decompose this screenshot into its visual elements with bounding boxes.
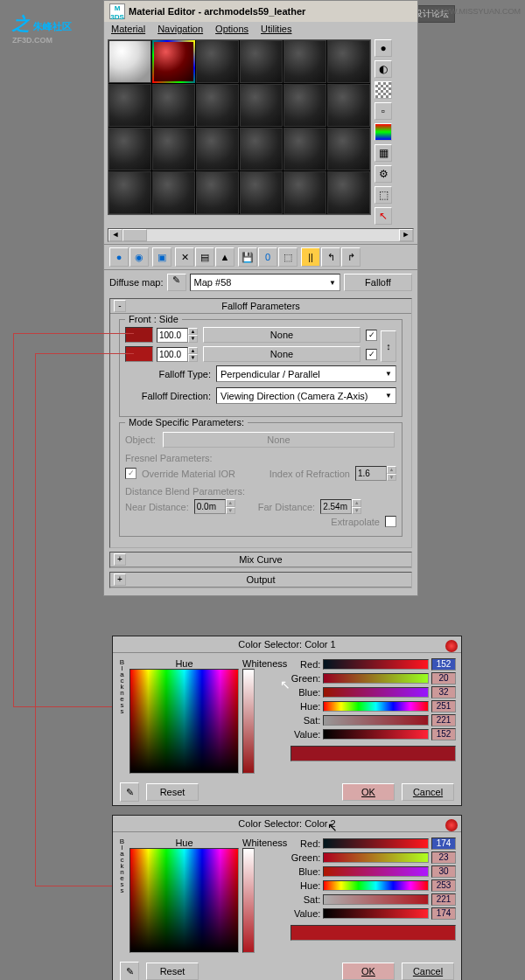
- material-slot[interactable]: [327, 84, 370, 127]
- collapse-icon[interactable]: -: [114, 300, 126, 312]
- material-slot[interactable]: [108, 128, 151, 170]
- go-to-parent-icon[interactable]: ↰: [321, 247, 340, 267]
- swap-colors-icon[interactable]: ↕: [381, 330, 396, 362]
- material-slot[interactable]: [196, 128, 239, 170]
- material-slot[interactable]: [284, 171, 326, 214]
- blue-slider[interactable]: [323, 866, 429, 877]
- rollout-header[interactable]: + Mix Curve: [110, 553, 411, 567]
- reset-button[interactable]: Reset: [146, 963, 199, 980]
- blue-slider[interactable]: [323, 687, 429, 698]
- sample-uv-icon[interactable]: ▫: [374, 102, 392, 120]
- eyedropper-icon[interactable]: ✎: [120, 782, 139, 802]
- reset-icon[interactable]: ✕: [175, 247, 194, 267]
- put-to-scene-icon[interactable]: ◉: [130, 247, 149, 267]
- front-amount-spinner[interactable]: ▲▼: [157, 328, 198, 343]
- horizontal-scrollbar[interactable]: ◄ ►: [108, 228, 414, 242]
- material-slot[interactable]: [152, 171, 195, 214]
- falloff-direction-dropdown[interactable]: Viewing Direction (Camera Z-Axis)▼: [216, 387, 396, 404]
- side-enable-check[interactable]: ✓: [366, 349, 377, 360]
- side-color-swatch[interactable]: [125, 346, 153, 362]
- blue-value[interactable]: 30: [431, 865, 456, 878]
- material-slot[interactable]: [284, 40, 326, 83]
- pick-material-icon[interactable]: ✎: [167, 274, 186, 291]
- material-slot[interactable]: [327, 128, 370, 170]
- material-slot[interactable]: [284, 84, 326, 127]
- menu-material[interactable]: Material: [111, 24, 145, 34]
- hue-picker[interactable]: [130, 848, 239, 953]
- rollout-header[interactable]: - Falloff Parameters: [110, 299, 411, 314]
- front-color-swatch[interactable]: [125, 327, 153, 343]
- material-id-icon[interactable]: 0: [258, 247, 277, 267]
- material-slot[interactable]: [284, 128, 326, 170]
- menu-navigation[interactable]: Navigation: [158, 24, 203, 34]
- ok-button[interactable]: OK: [342, 963, 395, 980]
- reset-button[interactable]: Reset: [146, 783, 199, 801]
- blue-value[interactable]: 32: [431, 686, 456, 699]
- sat-slider[interactable]: [323, 715, 429, 726]
- background-icon[interactable]: [374, 81, 392, 99]
- whiteness-slider[interactable]: [242, 669, 255, 774]
- material-map-nav-icon[interactable]: ↖: [374, 207, 392, 225]
- close-icon[interactable]: [445, 819, 458, 831]
- material-slot[interactable]: [196, 84, 239, 127]
- side-amount-spinner[interactable]: ▲▼: [157, 347, 198, 362]
- make-unique-icon[interactable]: ▲: [215, 247, 234, 267]
- expand-icon[interactable]: +: [114, 553, 126, 566]
- color-sel-titlebar[interactable]: Color Selector: Color 1: [113, 636, 461, 653]
- falloff-type-dropdown[interactable]: Perpendicular / Parallel▼: [216, 365, 396, 382]
- scroll-thumb[interactable]: [122, 229, 147, 241]
- front-map-button[interactable]: None: [203, 327, 360, 343]
- red-value[interactable]: 174: [431, 838, 456, 850]
- red-value[interactable]: 152: [431, 658, 456, 671]
- green-slider[interactable]: [323, 673, 429, 684]
- material-slot[interactable]: [240, 40, 283, 83]
- backlight-icon[interactable]: ◐: [374, 60, 392, 78]
- hue-slider[interactable]: [323, 701, 429, 712]
- side-map-button[interactable]: None: [203, 346, 360, 362]
- hue-picker[interactable]: [130, 669, 239, 774]
- material-slot[interactable]: [196, 40, 239, 83]
- sat-value[interactable]: 221: [431, 714, 456, 726]
- green-slider[interactable]: [323, 852, 429, 863]
- hue-value[interactable]: 251: [431, 700, 456, 712]
- red-slider[interactable]: [323, 838, 429, 849]
- front-enable-check[interactable]: ✓: [366, 330, 377, 341]
- material-slot[interactable]: [152, 128, 195, 170]
- ok-button[interactable]: OK: [342, 783, 395, 801]
- whiteness-slider[interactable]: [242, 848, 255, 953]
- material-slot[interactable]: [240, 84, 283, 127]
- map-type-button[interactable]: Falloff: [344, 274, 412, 291]
- value-slider[interactable]: [323, 908, 429, 919]
- material-slot[interactable]: [108, 40, 151, 83]
- scroll-left-icon[interactable]: ◄: [108, 229, 122, 241]
- options-icon[interactable]: ⚙: [374, 165, 392, 183]
- menu-utilities[interactable]: Utilities: [261, 24, 291, 34]
- rollout-header[interactable]: + Output: [110, 573, 411, 587]
- scroll-right-icon[interactable]: ►: [399, 229, 413, 241]
- sample-type-icon[interactable]: ●: [374, 39, 392, 57]
- material-slot[interactable]: [240, 171, 283, 214]
- close-icon[interactable]: [445, 640, 458, 652]
- material-slot-active[interactable]: [152, 40, 195, 83]
- eyedropper-icon[interactable]: ✎: [120, 962, 139, 980]
- expand-icon[interactable]: +: [114, 573, 126, 586]
- hue-slider[interactable]: [323, 880, 429, 891]
- make-preview-icon[interactable]: ▦: [374, 144, 392, 162]
- select-by-material-icon[interactable]: ⬚: [374, 186, 392, 204]
- make-copy-icon[interactable]: ▤: [195, 247, 214, 267]
- material-slot[interactable]: [240, 128, 283, 170]
- show-in-viewport-icon[interactable]: ⬚: [278, 247, 298, 267]
- cancel-button[interactable]: Cancel: [402, 783, 454, 801]
- menu-options[interactable]: Options: [215, 24, 248, 34]
- titlebar[interactable]: M 3DS Material Editor - archmodels59_lea…: [104, 1, 417, 22]
- material-slot[interactable]: [152, 84, 195, 127]
- material-slot[interactable]: [108, 171, 151, 214]
- assign-to-selection-icon[interactable]: ▣: [152, 247, 172, 267]
- green-value[interactable]: 20: [431, 672, 456, 685]
- material-slot[interactable]: [108, 84, 151, 127]
- hue-value[interactable]: 253: [431, 879, 456, 892]
- put-to-library-icon[interactable]: 💾: [238, 247, 257, 267]
- value-slider[interactable]: [323, 729, 429, 740]
- red-slider[interactable]: [323, 659, 429, 670]
- video-color-icon[interactable]: [374, 123, 392, 141]
